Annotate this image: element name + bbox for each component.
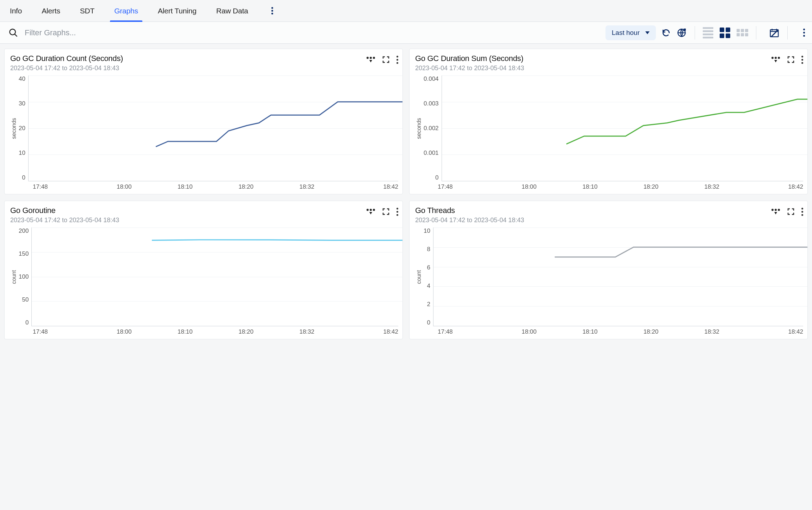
svg-point-15 <box>778 209 780 211</box>
time-range-dropdown[interactable]: Last hour <box>605 25 656 40</box>
x-axis-ticks: 17:4818:0018:1018:2018:3218:42 <box>33 328 398 335</box>
refresh-icon[interactable] <box>661 28 671 38</box>
y-axis-label: seconds <box>10 75 17 181</box>
charts-grid: Go GC Duration Count (Seconds) 2023-05-0… <box>0 44 812 346</box>
favorite-icon[interactable] <box>366 56 375 63</box>
y-axis-label: count <box>415 227 422 326</box>
x-axis-ticks: 17:4818:0018:1018:2018:3218:42 <box>33 183 398 190</box>
tab-alert-tuning[interactable]: Alert Tuning <box>158 0 197 22</box>
search-icon <box>8 28 18 38</box>
chart-card-gc-sum: Go GC Duration Sum (Seconds) 2023-05-04 … <box>409 49 808 194</box>
chart-card-goroutine: Go Goroutine 2023-05-04 17:42 to 2023-05… <box>4 201 403 339</box>
graphs-toolbar: Last hour <box>0 22 812 44</box>
chart-more-icon[interactable] <box>801 56 803 64</box>
tab-sdt[interactable]: SDT <box>80 0 94 22</box>
svg-point-7 <box>771 57 774 59</box>
svg-point-4 <box>367 57 369 59</box>
tabs-bar: Info Alerts SDT Graphs Alert Tuning Raw … <box>0 0 812 22</box>
expand-icon[interactable] <box>382 55 390 64</box>
chart-card-gc-count: Go GC Duration Count (Seconds) 2023-05-0… <box>4 49 403 194</box>
y-axis-label: count <box>10 227 17 326</box>
separator <box>787 26 788 40</box>
layout-grid3-icon[interactable] <box>737 29 748 36</box>
plot-area[interactable] <box>31 227 398 326</box>
svg-point-10 <box>367 209 369 211</box>
plot-area[interactable] <box>28 75 398 181</box>
y-axis-label: seconds <box>415 75 422 181</box>
favorite-icon[interactable] <box>771 56 780 63</box>
y-axis-ticks: 403020100 <box>17 75 28 181</box>
chart-subtitle: 2023-05-04 17:42 to 2023-05-04 18:43 <box>10 217 366 224</box>
svg-point-11 <box>370 209 372 211</box>
toolbar-more-icon[interactable] <box>803 29 805 37</box>
chart-more-icon[interactable] <box>801 208 803 216</box>
chart-more-icon[interactable] <box>396 56 398 64</box>
chart-more-icon[interactable] <box>396 208 398 216</box>
filter-graphs-input[interactable] <box>25 28 201 37</box>
y-axis-ticks: 1086420 <box>422 227 433 326</box>
calendar-disabled-icon[interactable] <box>769 28 780 38</box>
chart-title: Go Threads <box>415 206 771 215</box>
expand-icon[interactable] <box>787 55 795 64</box>
toolbar-right: Last hour <box>605 25 805 40</box>
svg-point-0 <box>10 29 16 35</box>
search-wrap <box>8 28 605 38</box>
expand-icon[interactable] <box>787 207 795 216</box>
layout-list-icon[interactable] <box>703 27 713 38</box>
plot-area[interactable] <box>433 227 803 326</box>
x-axis-ticks: 17:4818:0018:1018:2018:3218:42 <box>438 328 803 335</box>
svg-point-6 <box>373 57 375 59</box>
chart-title: Go GC Duration Count (Seconds) <box>10 54 366 63</box>
tab-info[interactable]: Info <box>10 0 22 22</box>
svg-line-1 <box>15 34 17 36</box>
time-range-label: Last hour <box>612 29 640 37</box>
svg-point-14 <box>775 209 777 211</box>
svg-point-9 <box>778 57 780 59</box>
chart-subtitle: 2023-05-04 17:42 to 2023-05-04 18:43 <box>10 65 366 72</box>
layout-grid2-icon[interactable] <box>720 28 730 38</box>
tab-alerts[interactable]: Alerts <box>42 0 60 22</box>
chart-title: Go GC Duration Sum (Seconds) <box>415 54 771 63</box>
y-axis-ticks: 200150100500 <box>17 227 31 326</box>
globe-share-icon[interactable] <box>676 28 687 38</box>
tab-graphs[interactable]: Graphs <box>114 0 138 22</box>
tabs-more-icon[interactable] <box>271 7 273 14</box>
chart-title: Go Goroutine <box>10 206 366 215</box>
separator <box>756 26 756 40</box>
chart-subtitle: 2023-05-04 17:42 to 2023-05-04 18:43 <box>415 65 771 72</box>
chart-subtitle: 2023-05-04 17:42 to 2023-05-04 18:43 <box>415 217 771 224</box>
y-axis-ticks: 0.0040.0030.0020.0010 <box>422 75 442 181</box>
favorite-icon[interactable] <box>771 208 780 215</box>
svg-point-12 <box>373 209 375 211</box>
separator <box>695 26 695 40</box>
svg-point-8 <box>775 57 777 59</box>
tab-raw-data[interactable]: Raw Data <box>216 0 248 22</box>
svg-point-13 <box>771 209 774 211</box>
plot-area[interactable] <box>442 75 803 181</box>
favorite-icon[interactable] <box>366 208 375 215</box>
chevron-down-icon <box>645 31 650 34</box>
layout-icons <box>703 27 748 38</box>
expand-icon[interactable] <box>382 207 390 216</box>
x-axis-ticks: 17:4818:0018:1018:2018:3218:42 <box>438 183 803 190</box>
chart-card-threads: Go Threads 2023-05-04 17:42 to 2023-05-0… <box>409 201 808 339</box>
svg-point-5 <box>370 57 372 59</box>
